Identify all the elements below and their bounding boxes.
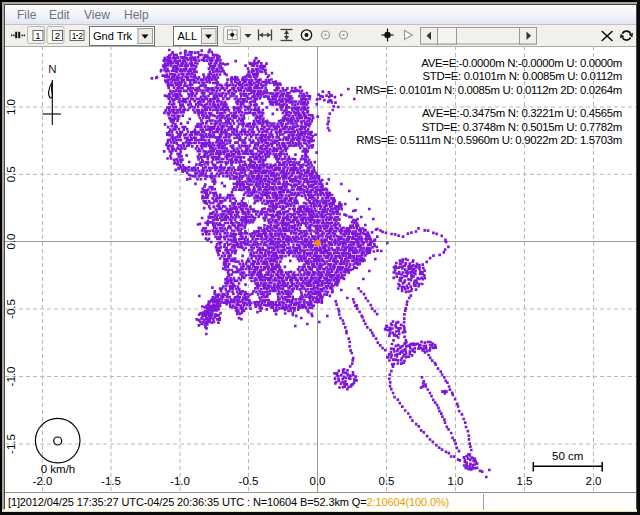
svg-text:N: N [48,63,56,75]
svg-text:0.5: 0.5 [5,166,17,182]
svg-text:0.0: 0.0 [5,234,17,250]
svg-text:0.5: 0.5 [379,475,395,487]
svg-text:1.5: 1.5 [517,475,533,487]
svg-text:AVE=E:-0.3475m N: 0.3221m U: 0: AVE=E:-0.3475m N: 0.3221m U: 0.4565m [422,107,622,119]
svg-text:-0.5: -0.5 [5,299,17,319]
svg-text:STD=E: 0.0101m N: 0.0085m U: 0: STD=E: 0.0101m N: 0.0085m U: 0.0112m [423,70,622,82]
svg-text:-2.0: -2.0 [33,475,53,487]
svg-text:1: 1 [72,31,77,41]
svg-text:AVE=E:-0.0000m N:-0.0000m U: 0: AVE=E:-0.0000m N:-0.0000m U: 0.0000m [421,57,622,69]
svg-text:50 cm: 50 cm [552,450,583,462]
svg-text:RMS=E: 0.5111m N: 0.5960m U: 0: RMS=E: 0.5111m N: 0.5960m U: 0.9022m 2D:… [356,134,622,146]
svg-text:1.0: 1.0 [448,475,464,487]
svg-text:2: 2 [55,30,60,41]
svg-text:STD=E: 0.3748m N: 0.5015m U: 0: STD=E: 0.3748m N: 0.5015m U: 0.7782m [422,121,622,133]
svg-text:-1.0: -1.0 [5,367,17,387]
svg-text:0 km/h: 0 km/h [41,463,76,475]
svg-text:-1.5: -1.5 [5,434,17,454]
svg-text:-1.5: -1.5 [101,475,121,487]
svg-text:1.0: 1.0 [5,99,17,115]
svg-text:-0.5: -0.5 [239,475,259,487]
svg-text:0.0: 0.0 [310,475,326,487]
svg-text:1: 1 [35,30,40,41]
svg-text:-1.0: -1.0 [170,475,190,487]
svg-text:ALL: ALL [178,30,198,42]
svg-text:2: 2 [78,31,83,41]
svg-text:Gnd Trk: Gnd Trk [93,30,133,42]
svg-text:2.0: 2.0 [586,475,602,487]
svg-text:RMS=E: 0.0101m N: 0.0085m U: 0: RMS=E: 0.0101m N: 0.0085m U: 0.0112m 2D:… [356,84,623,96]
